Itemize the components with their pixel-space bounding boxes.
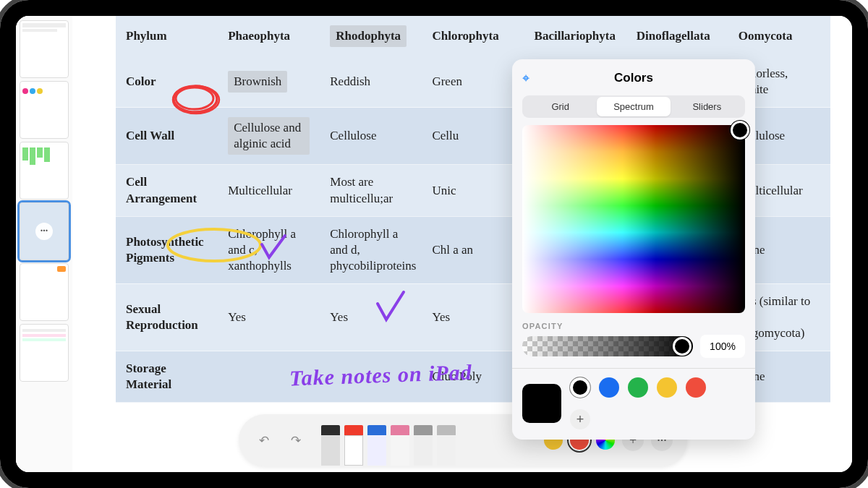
page-thumbnail[interactable]: [20, 81, 69, 139]
table-header: Chlorophyta: [422, 16, 524, 56]
recent-color[interactable]: [599, 377, 619, 398]
spectrum-cursor[interactable]: [731, 121, 749, 140]
opacity-label: OPACITY: [522, 322, 745, 330]
tablet-frame: ··· Phylum Phaeophyta Rhodophyta Chlorop…: [0, 0, 868, 488]
ellipsis-icon: ···: [35, 223, 53, 240]
page-thumbnail[interactable]: [20, 324, 69, 382]
eyedropper-icon[interactable]: ⌖: [522, 71, 529, 86]
lasso-tool[interactable]: [414, 425, 433, 466]
spectrum-field[interactable]: [522, 125, 745, 313]
table-header: Phylum: [116, 16, 218, 56]
page-thumbnails-sidebar: ···: [16, 16, 72, 472]
tab-grid[interactable]: Grid: [524, 97, 597, 116]
pen-tool[interactable]: [321, 425, 340, 466]
recent-color[interactable]: [686, 377, 706, 398]
table-header: Phaeophyta: [218, 16, 320, 56]
table-header: Oomycota: [728, 16, 830, 56]
add-color-button[interactable]: +: [570, 409, 590, 429]
color-picker-popover: ⌖ Colors Grid Spectrum Sliders OPACITY 1…: [512, 59, 755, 440]
recent-color[interactable]: [628, 377, 648, 398]
table-header: Bacillariophyta: [524, 16, 626, 56]
page-thumbnail[interactable]: [20, 142, 69, 200]
table-header: Rhodophyta: [320, 16, 422, 56]
popover-title: Colors: [614, 71, 653, 85]
recent-color[interactable]: [570, 377, 590, 398]
opacity-knob[interactable]: [673, 337, 692, 356]
opacity-value[interactable]: 100%: [700, 335, 745, 358]
highlighter-tool[interactable]: [367, 425, 386, 466]
current-color-preview: [522, 384, 561, 423]
tab-sliders[interactable]: Sliders: [671, 97, 744, 116]
tab-spectrum[interactable]: Spectrum: [597, 97, 670, 116]
page-thumbnail[interactable]: ···: [20, 202, 69, 260]
redo-button[interactable]: ↷: [285, 429, 307, 451]
document-content[interactable]: Phylum Phaeophyta Rhodophyta Chlorophyta…: [72, 16, 852, 472]
color-mode-segment: Grid Spectrum Sliders: [522, 95, 745, 118]
undo-button[interactable]: ↶: [253, 429, 275, 451]
page-thumbnail[interactable]: [20, 20, 69, 78]
ruler-tool[interactable]: [437, 425, 456, 466]
page-thumbnail[interactable]: [20, 263, 69, 321]
table-header: Dinoflagellata: [626, 16, 728, 56]
eraser-tool[interactable]: [391, 425, 409, 466]
recent-color[interactable]: [657, 377, 677, 398]
opacity-slider[interactable]: [522, 336, 693, 356]
marker-tool[interactable]: [344, 425, 363, 466]
